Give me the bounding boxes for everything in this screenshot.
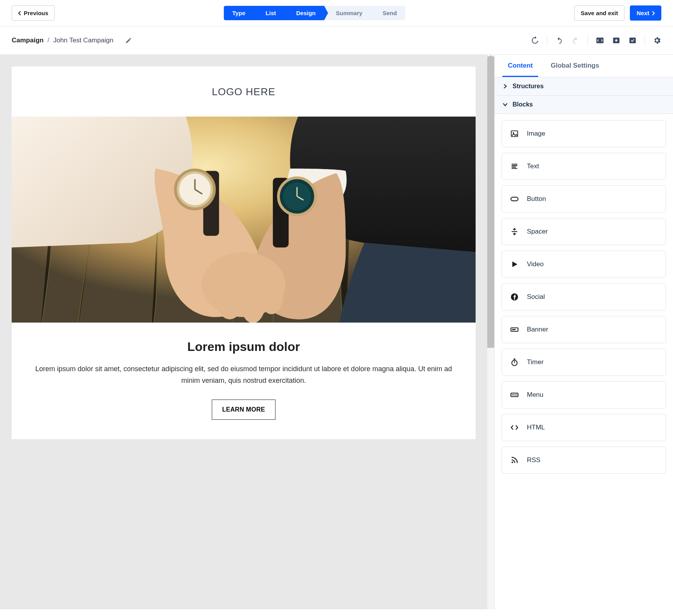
block-label: Text — [527, 162, 539, 170]
svg-point-2 — [615, 39, 617, 42]
step-type-label: Type — [232, 10, 246, 16]
step-design[interactable]: Design — [284, 6, 324, 20]
side-panel: Content Global Settings Structures Block… — [494, 55, 673, 609]
step-send[interactable]: Send — [371, 6, 406, 20]
block-label: RSS — [527, 456, 540, 464]
block-label: Spacer — [527, 228, 548, 236]
redo-button[interactable] — [571, 36, 580, 45]
blocks-list: ImageTextButtonSpacerVideoSocialBannerTi… — [495, 114, 673, 483]
scroll-thumb[interactable] — [487, 56, 494, 348]
preview-button[interactable] — [612, 36, 621, 45]
block-image[interactable]: Image — [502, 120, 666, 147]
block-social[interactable]: Social — [502, 283, 666, 311]
code-icon — [596, 36, 604, 45]
breadcrumb-root: Campaign — [12, 37, 44, 44]
previous-label: Previous — [24, 10, 48, 16]
chevron-left-icon — [18, 11, 21, 16]
block-button[interactable]: Button — [502, 185, 666, 213]
top-actions: Save and exit Next — [574, 5, 661, 21]
block-label: Timer — [527, 358, 544, 366]
breadcrumb-name: John Test Campaign — [53, 37, 113, 44]
block-menu[interactable]: Menu — [502, 381, 666, 408]
block-label: Social — [527, 293, 545, 301]
gear-icon — [653, 36, 661, 45]
workspace: ▲ LOGO HERE — [0, 55, 673, 609]
image-icon — [510, 129, 519, 138]
block-timer[interactable]: Timer — [502, 349, 666, 376]
save-exit-button[interactable]: Save and exit — [574, 5, 625, 21]
test-button[interactable] — [628, 36, 637, 45]
svg-rect-21 — [511, 197, 518, 201]
next-button[interactable]: Next — [630, 5, 661, 21]
tab-global-settings[interactable]: Global Settings — [545, 55, 605, 77]
menu-icon — [510, 390, 519, 400]
tab-content-label: Content — [508, 62, 533, 69]
sub-bar: Campaign / John Test Campaign — [0, 26, 673, 55]
svg-rect-26 — [511, 393, 518, 396]
redo-icon — [572, 37, 579, 44]
step-design-label: Design — [296, 10, 316, 16]
section-structures[interactable]: Structures — [495, 77, 673, 96]
logo-placeholder[interactable]: LOGO HERE — [12, 66, 476, 117]
step-send-label: Send — [383, 10, 397, 16]
section-structures-label: Structures — [513, 83, 544, 90]
block-label: Button — [527, 195, 546, 203]
content-title[interactable]: Lorem ipsum dolor — [35, 340, 452, 354]
hero-image[interactable] — [12, 117, 476, 323]
timer-icon — [510, 358, 519, 367]
step-list[interactable]: List — [254, 6, 285, 20]
learn-more-button[interactable]: LEARN MORE — [212, 400, 276, 420]
block-label: Banner — [527, 326, 548, 333]
block-label: Video — [527, 260, 544, 268]
canvas-area[interactable]: ▲ LOGO HERE — [0, 55, 494, 609]
code-view-button[interactable] — [596, 36, 604, 45]
divider — [645, 35, 645, 46]
chevron-right-icon — [652, 11, 655, 16]
preview-icon — [612, 36, 621, 45]
rss-icon — [510, 455, 519, 465]
svg-rect-24 — [512, 329, 516, 330]
pencil-icon — [125, 37, 132, 44]
check-box-icon — [628, 36, 637, 45]
html-icon — [510, 423, 519, 432]
step-summary[interactable]: Summary — [324, 6, 371, 20]
panel-tabs: Content Global Settings — [495, 55, 673, 77]
undo-button[interactable] — [555, 36, 563, 45]
section-blocks[interactable]: Blocks — [495, 96, 673, 114]
content-section[interactable]: Lorem ipsum dolor Lorem ipsum dolor sit … — [12, 323, 476, 439]
next-label: Next — [636, 10, 649, 16]
block-html[interactable]: HTML — [502, 414, 666, 441]
svg-point-27 — [511, 461, 513, 463]
block-banner[interactable]: Banner — [502, 316, 666, 343]
section-blocks-label: Blocks — [513, 101, 533, 108]
tab-content[interactable]: Content — [502, 55, 538, 77]
step-type[interactable]: Type — [224, 6, 254, 20]
step-summary-label: Summary — [336, 10, 362, 16]
edit-name-button[interactable] — [124, 36, 133, 45]
step-list-label: List — [266, 10, 276, 16]
block-spacer[interactable]: Spacer — [502, 218, 666, 245]
learn-more-label: LEARN MORE — [222, 406, 265, 413]
chevron-down-icon — [502, 102, 508, 107]
text-icon — [510, 162, 519, 171]
divider — [588, 35, 588, 46]
block-label: Menu — [527, 391, 544, 399]
block-video[interactable]: Video — [502, 251, 666, 278]
scroll-track[interactable]: ▲ — [487, 55, 494, 609]
content-body[interactable]: Lorem ipsum dolor sit amet, consectetur … — [35, 363, 452, 386]
email-canvas[interactable]: LOGO HERE — [12, 66, 476, 439]
divider — [547, 35, 547, 46]
breadcrumb-sep: / — [47, 37, 49, 44]
block-text[interactable]: Text — [502, 153, 666, 180]
hero-illustration — [12, 117, 476, 323]
block-label: Image — [527, 130, 545, 138]
previous-button[interactable]: Previous — [12, 5, 55, 21]
settings-button[interactable] — [653, 36, 661, 45]
history-icon — [530, 36, 539, 45]
svg-rect-3 — [629, 38, 636, 44]
button-icon — [510, 194, 519, 204]
block-rss[interactable]: RSS — [502, 447, 666, 474]
svg-point-8 — [260, 274, 284, 314]
spacer-icon — [510, 227, 519, 236]
history-button[interactable] — [530, 36, 539, 45]
